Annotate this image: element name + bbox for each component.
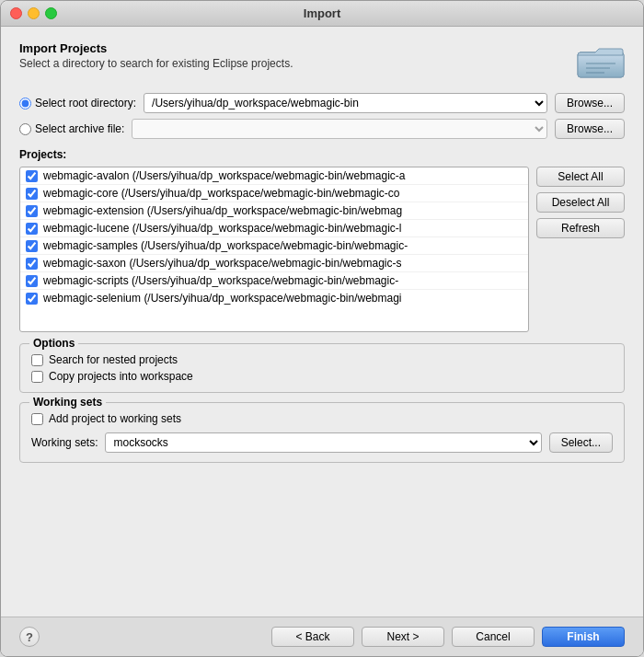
minimize-button[interactable]: [28, 7, 40, 19]
browse-root-button[interactable]: Browse...: [555, 93, 625, 113]
working-sets-input-row: Working sets: mocksocks Select...: [31, 432, 613, 453]
root-directory-input[interactable]: /Users/yihua/dp_workspace/webmagic-bin: [144, 93, 547, 113]
working-sets-input-label: Working sets:: [31, 436, 98, 449]
window-title: Import: [304, 6, 340, 20]
next-button[interactable]: Next >: [362, 627, 444, 647]
list-item: webmagic-saxon (/Users/yihua/dp_workspac…: [20, 255, 528, 272]
help-button[interactable]: ?: [19, 627, 40, 647]
working-sets-select[interactable]: mocksocks: [105, 432, 541, 453]
copy-projects-label[interactable]: Copy projects into workspace: [49, 370, 193, 383]
nested-projects-label[interactable]: Search for nested projects: [49, 353, 178, 366]
archive-file-input[interactable]: [132, 119, 547, 139]
add-working-sets-checkbox[interactable]: [31, 413, 43, 425]
projects-list[interactable]: webmagic-avalon (/Users/yihua/dp_workspa…: [19, 167, 529, 332]
nested-projects-row: Search for nested projects: [31, 353, 613, 366]
projects-area: webmagic-avalon (/Users/yihua/dp_workspa…: [19, 167, 625, 332]
list-item: webmagic-avalon (/Users/yihua/dp_workspa…: [20, 167, 528, 185]
nav-buttons: < Back Next > Cancel Finish: [271, 627, 625, 647]
refresh-button[interactable]: Refresh: [536, 218, 625, 238]
project-checkbox[interactable]: [26, 205, 38, 217]
list-item: webmagic-samples (/Users/yihua/dp_worksp…: [20, 237, 528, 255]
project-checkbox[interactable]: [26, 170, 38, 182]
working-sets-section: Working sets Add project to working sets…: [19, 402, 625, 463]
project-text: webmagic-saxon (/Users/yihua/dp_workspac…: [43, 257, 402, 270]
projects-label: Projects:: [19, 148, 625, 161]
archive-file-radio[interactable]: [19, 123, 31, 135]
project-checkbox[interactable]: [26, 188, 38, 200]
back-button[interactable]: < Back: [271, 627, 354, 647]
main-content: Import Projects Select a directory to se…: [1, 27, 643, 617]
copy-projects-row: Copy projects into workspace: [31, 370, 613, 383]
root-directory-row: Select root directory: /Users/yihua/dp_w…: [19, 93, 625, 113]
project-checkbox[interactable]: [26, 223, 38, 235]
list-item: webmagic-scripts (/Users/yihua/dp_worksp…: [20, 272, 528, 290]
browse-archive-button[interactable]: Browse...: [555, 119, 625, 139]
maximize-button[interactable]: [45, 7, 57, 19]
project-text: webmagic-scripts (/Users/yihua/dp_worksp…: [43, 274, 398, 287]
project-text: webmagic-selenium (/Users/yihua/dp_works…: [43, 292, 402, 305]
close-button[interactable]: [10, 7, 22, 19]
project-checkbox[interactable]: [26, 293, 38, 305]
project-text: webmagic-samples (/Users/yihua/dp_worksp…: [43, 239, 408, 252]
project-checkbox[interactable]: [26, 275, 38, 287]
window-controls: [10, 7, 57, 19]
header-text: Import Projects Select a directory to se…: [19, 41, 293, 70]
select-all-button[interactable]: Select All: [536, 167, 625, 187]
project-text: webmagic-avalon (/Users/yihua/dp_workspa…: [43, 169, 406, 182]
page-title: Import Projects: [19, 41, 293, 55]
root-directory-radio[interactable]: [19, 98, 31, 110]
projects-buttons: Select All Deselect All Refresh: [536, 167, 625, 332]
import-window: Import Import Projects Select a director…: [0, 0, 644, 657]
working-sets-label: Working sets: [29, 396, 106, 409]
list-item: webmagic-extension (/Users/yihua/dp_work…: [20, 202, 528, 220]
add-working-sets-row: Add project to working sets: [31, 412, 613, 425]
project-text: webmagic-extension (/Users/yihua/dp_work…: [43, 204, 402, 217]
header-section: Import Projects Select a directory to se…: [19, 41, 625, 80]
options-section: Options Search for nested projects Copy …: [19, 343, 625, 393]
project-text: webmagic-lucene (/Users/yihua/dp_workspa…: [43, 222, 402, 235]
options-label: Options: [29, 337, 78, 350]
nested-projects-checkbox[interactable]: [31, 354, 43, 366]
root-directory-label: Select root directory:: [35, 97, 136, 110]
deselect-all-button[interactable]: Deselect All: [536, 192, 625, 213]
copy-projects-checkbox[interactable]: [31, 371, 43, 383]
list-item: webmagic-selenium (/Users/yihua/dp_works…: [20, 290, 528, 306]
page-subtitle: Select a directory to search for existin…: [19, 57, 293, 70]
finish-button[interactable]: Finish: [542, 627, 625, 647]
bottom-bar: ? < Back Next > Cancel Finish: [1, 617, 643, 656]
archive-file-row: Select archive file: Browse...: [19, 119, 625, 139]
working-sets-select-button[interactable]: Select...: [549, 432, 613, 453]
project-checkbox[interactable]: [26, 258, 38, 270]
root-directory-radio-label[interactable]: Select root directory:: [19, 97, 136, 110]
list-item: webmagic-core (/Users/yihua/dp_workspace…: [20, 185, 528, 202]
project-text: webmagic-core (/Users/yihua/dp_workspace…: [43, 187, 400, 200]
cancel-button[interactable]: Cancel: [452, 627, 535, 647]
project-checkbox[interactable]: [26, 240, 38, 252]
folder-icon: [577, 41, 625, 80]
add-working-sets-label[interactable]: Add project to working sets: [49, 412, 181, 425]
archive-file-radio-label[interactable]: Select archive file:: [19, 122, 124, 135]
title-bar: Import: [1, 1, 643, 27]
svg-rect-1: [578, 52, 624, 77]
list-item: webmagic-lucene (/Users/yihua/dp_workspa…: [20, 220, 528, 237]
archive-file-label: Select archive file:: [35, 122, 124, 135]
